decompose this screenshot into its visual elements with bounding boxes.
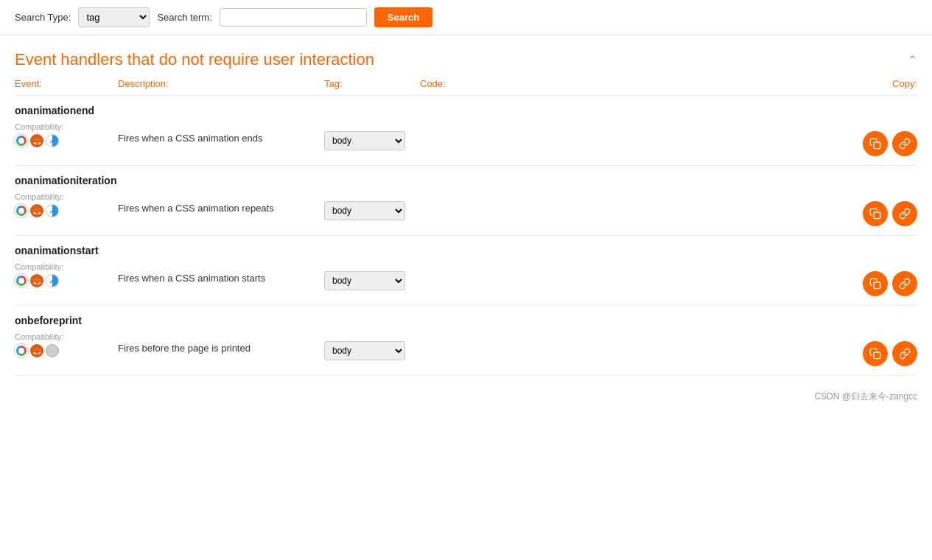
event-name: onanimationiteration	[15, 175, 917, 186]
compat-label: Compatibility:	[15, 262, 118, 271]
compat-label: Compatibility:	[15, 122, 118, 131]
event-name: onanimationstart	[15, 245, 917, 256]
svg-rect-1	[874, 212, 880, 219]
col-header-tag: Tag:	[324, 78, 420, 89]
chrome-icon	[15, 204, 28, 217]
top-bar: Search Type: tag event description Searc…	[0, 0, 932, 35]
event-name: onbeforeprint	[15, 315, 917, 326]
compat-label: Compatibility:	[15, 192, 118, 201]
table-row: onanimationiteration Compatibility: 🦊 Fi…	[15, 166, 917, 236]
chrome-icon	[15, 344, 28, 357]
copy-block	[851, 262, 917, 296]
copy-code-button[interactable]	[863, 341, 888, 366]
table-row: onbeforeprint Compatibility: 🦊 Fires bef…	[15, 306, 917, 376]
events-container: onanimationend Compatibility: 🦊 Fires wh…	[15, 96, 917, 376]
copy-block	[851, 332, 917, 366]
event-details: Compatibility: 🦊 Fires when a CSS animat…	[15, 122, 917, 156]
columns-header: Event: Description: Tag: Code: Copy:	[15, 75, 917, 96]
firefox-icon: 🦊	[30, 204, 43, 217]
search-type-label: Search Type:	[15, 12, 71, 23]
safari-icon	[46, 274, 59, 287]
tag-block: bodyhtmldiv	[324, 122, 420, 150]
safari-icon	[46, 134, 59, 147]
safari-gray-icon	[46, 344, 59, 357]
copy-link-button[interactable]	[892, 341, 917, 366]
copy-code-button[interactable]	[863, 201, 888, 226]
compat-block: Compatibility: 🦊	[15, 122, 118, 147]
col-header-event: Event:	[15, 78, 118, 89]
browser-icons: 🦊	[15, 274, 118, 287]
event-details: Compatibility: 🦊 Fires when a CSS animat…	[15, 192, 917, 226]
event-code: @keyframes x{}	[420, 122, 851, 131]
browser-icons: 🦊	[15, 134, 118, 147]
copy-link-button[interactable]	[892, 131, 917, 156]
col-header-description: Description:	[118, 78, 324, 89]
firefox-icon: 🦊	[30, 134, 43, 147]
browser-icons: 🦊	[15, 344, 118, 357]
event-details: Compatibility: 🦊 Fires before the page i…	[15, 332, 917, 366]
event-name: onanimationend	[15, 105, 917, 116]
copy-block	[851, 192, 917, 226]
tag-block: bodyhtmldiv	[324, 262, 420, 290]
watermark: CSDN @归去来今-zangcc	[0, 383, 932, 407]
tag-block: bodyhtmldiv	[324, 332, 420, 360]
search-button[interactable]: Search	[374, 7, 432, 27]
chrome-icon	[15, 134, 28, 147]
table-row: onanimationend Compatibility: 🦊 Fires wh…	[15, 96, 917, 166]
event-description: Fires when a CSS animation starts	[118, 262, 324, 284]
svg-rect-2	[874, 282, 880, 289]
tag-select[interactable]: bodyhtmldiv	[324, 131, 405, 150]
main-content: Event handlers that do not require user …	[0, 35, 932, 383]
safari-icon	[46, 204, 59, 217]
event-code: @keyframes x{}	[420, 262, 851, 271]
tag-select[interactable]: bodyhtmldiv	[324, 341, 405, 360]
search-type-select[interactable]: tag event description	[78, 7, 150, 27]
compat-label: Compatibility:	[15, 332, 118, 341]
event-description: Fires when a CSS animation repeats	[118, 192, 324, 214]
compat-block: Compatibility: 🦊	[15, 332, 118, 357]
copy-code-button[interactable]	[863, 131, 888, 156]
browser-icons: 🦊	[15, 204, 118, 217]
compat-block: Compatibility: 🦊	[15, 262, 118, 287]
event-description: Fires when a CSS animation ends	[118, 122, 324, 144]
copy-block	[851, 122, 917, 156]
svg-rect-0	[874, 142, 880, 149]
search-term-input[interactable]	[220, 8, 367, 27]
event-details: Compatibility: 🦊 Fires when a CSS animat…	[15, 262, 917, 296]
event-code: @keyframes slidein {}	[420, 192, 851, 201]
tag-select[interactable]: bodyhtmldiv	[324, 271, 405, 290]
copy-link-button[interactable]	[892, 271, 917, 296]
table-row: onanimationstart Compatibility: 🦊 Fires …	[15, 236, 917, 306]
section-header: Event handlers that do not require user …	[15, 43, 917, 75]
chrome-icon	[15, 274, 28, 287]
compat-block: Compatibility: 🦊	[15, 192, 118, 217]
tag-select[interactable]: bodyhtmldiv	[324, 201, 405, 220]
copy-code-button[interactable]	[863, 271, 888, 296]
firefox-icon: 🦊	[30, 344, 43, 357]
copy-link-button[interactable]	[892, 201, 917, 226]
col-header-code: Code:	[420, 78, 851, 89]
event-description: Fires before the page is printed	[118, 332, 324, 354]
svg-rect-3	[874, 352, 880, 359]
col-header-copy: Copy:	[851, 78, 917, 89]
firefox-icon: 🦊	[30, 274, 43, 287]
section-title: Event handlers that do not require user …	[15, 50, 374, 69]
tag-block: bodyhtmldiv	[324, 192, 420, 220]
collapse-icon[interactable]: ⌃	[908, 53, 917, 67]
search-term-label: Search term:	[157, 12, 211, 23]
event-code	[420, 332, 851, 341]
